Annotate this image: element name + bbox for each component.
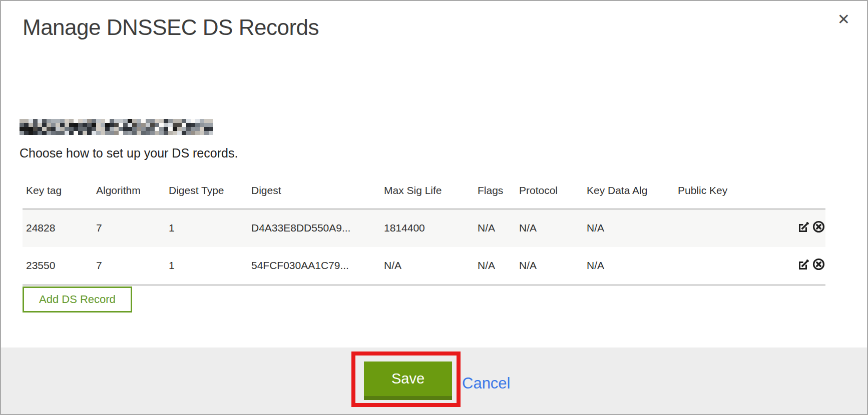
close-icon[interactable]: ✕ xyxy=(837,12,850,27)
col-header-key-data-alg: Key Data Alg xyxy=(583,172,674,209)
cell-max-sig-life: N/A xyxy=(380,247,474,285)
dialog-title: Manage DNSSEC DS Records xyxy=(23,15,319,40)
cell-key-tag: 23550 xyxy=(23,247,93,285)
col-header-max-sig-life: Max Sig Life xyxy=(380,172,474,209)
cell-flags: N/A xyxy=(474,247,516,285)
col-header-public-key: Public Key xyxy=(674,172,758,209)
cell-digest: D4A33E8DD550A9... xyxy=(248,209,380,247)
cell-digest-type: 1 xyxy=(165,247,248,285)
cell-digest-type: 1 xyxy=(165,209,248,247)
row-actions xyxy=(758,247,825,285)
ds-records-table: Key tag Algorithm Digest Type Digest Max… xyxy=(23,172,825,286)
delete-icon[interactable] xyxy=(812,220,825,236)
cell-public-key xyxy=(674,209,758,247)
cell-max-sig-life: 1814400 xyxy=(380,209,474,247)
row-actions xyxy=(758,209,825,247)
table-row: 23550 7 1 54FCF030AA1C79... N/A N/A N/A … xyxy=(23,247,825,285)
cell-algorithm: 7 xyxy=(93,247,165,285)
col-header-digest-type: Digest Type xyxy=(165,172,248,209)
cell-public-key xyxy=(674,247,758,285)
dnssec-ds-records-dialog: Manage DNSSEC DS Records ✕ Choose how to… xyxy=(0,0,868,415)
edit-icon[interactable] xyxy=(797,220,810,236)
col-header-protocol: Protocol xyxy=(516,172,583,209)
cancel-link[interactable]: Cancel xyxy=(462,374,511,392)
col-header-algorithm: Algorithm xyxy=(93,172,165,209)
cell-algorithm: 7 xyxy=(93,209,165,247)
col-header-key-tag: Key tag xyxy=(23,172,93,209)
edit-icon[interactable] xyxy=(797,258,810,274)
cell-key-tag: 24828 xyxy=(23,209,93,247)
col-header-digest: Digest xyxy=(248,172,380,209)
cell-key-data-alg: N/A xyxy=(583,209,674,247)
setup-instruction-text: Choose how to set up your DS records. xyxy=(20,146,238,160)
cell-key-data-alg: N/A xyxy=(583,247,674,285)
redacted-domain-name xyxy=(20,119,213,135)
cell-protocol: N/A xyxy=(516,209,583,247)
save-button[interactable]: Save xyxy=(364,362,452,400)
col-header-flags: Flags xyxy=(474,172,516,209)
delete-icon[interactable] xyxy=(812,258,825,274)
cell-digest: 54FCF030AA1C79... xyxy=(248,247,380,285)
table-row: 24828 7 1 D4A33E8DD550A9... 1814400 N/A … xyxy=(23,209,825,247)
add-ds-record-button[interactable]: Add DS Record xyxy=(23,286,132,312)
cell-protocol: N/A xyxy=(516,247,583,285)
col-header-actions xyxy=(758,172,825,209)
table-header-row: Key tag Algorithm Digest Type Digest Max… xyxy=(23,172,825,209)
cell-flags: N/A xyxy=(474,209,516,247)
